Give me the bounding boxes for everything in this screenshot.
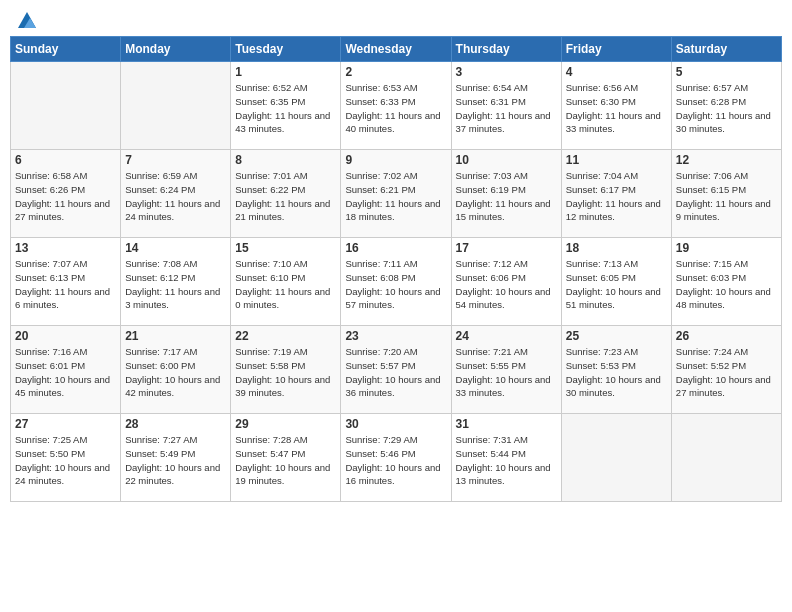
day-number: 27 <box>15 417 116 431</box>
weekday-header: Tuesday <box>231 37 341 62</box>
calendar-cell: 6Sunrise: 6:58 AM Sunset: 6:26 PM Daylig… <box>11 150 121 238</box>
calendar-cell: 15Sunrise: 7:10 AM Sunset: 6:10 PM Dayli… <box>231 238 341 326</box>
day-number: 17 <box>456 241 557 255</box>
day-info: Sunrise: 7:23 AM Sunset: 5:53 PM Dayligh… <box>566 345 667 400</box>
calendar-cell: 27Sunrise: 7:25 AM Sunset: 5:50 PM Dayli… <box>11 414 121 502</box>
calendar-cell: 10Sunrise: 7:03 AM Sunset: 6:19 PM Dayli… <box>451 150 561 238</box>
calendar-cell: 29Sunrise: 7:28 AM Sunset: 5:47 PM Dayli… <box>231 414 341 502</box>
day-number: 21 <box>125 329 226 343</box>
calendar-week-row: 1Sunrise: 6:52 AM Sunset: 6:35 PM Daylig… <box>11 62 782 150</box>
day-info: Sunrise: 7:21 AM Sunset: 5:55 PM Dayligh… <box>456 345 557 400</box>
calendar-week-row: 27Sunrise: 7:25 AM Sunset: 5:50 PM Dayli… <box>11 414 782 502</box>
day-number: 20 <box>15 329 116 343</box>
day-info: Sunrise: 7:01 AM Sunset: 6:22 PM Dayligh… <box>235 169 336 224</box>
day-info: Sunrise: 7:02 AM Sunset: 6:21 PM Dayligh… <box>345 169 446 224</box>
day-number: 22 <box>235 329 336 343</box>
day-number: 26 <box>676 329 777 343</box>
logo <box>14 10 38 28</box>
calendar-cell: 4Sunrise: 6:56 AM Sunset: 6:30 PM Daylig… <box>561 62 671 150</box>
day-number: 14 <box>125 241 226 255</box>
calendar-cell: 5Sunrise: 6:57 AM Sunset: 6:28 PM Daylig… <box>671 62 781 150</box>
weekday-header: Thursday <box>451 37 561 62</box>
day-info: Sunrise: 6:58 AM Sunset: 6:26 PM Dayligh… <box>15 169 116 224</box>
day-info: Sunrise: 7:16 AM Sunset: 6:01 PM Dayligh… <box>15 345 116 400</box>
weekday-header: Sunday <box>11 37 121 62</box>
day-info: Sunrise: 7:17 AM Sunset: 6:00 PM Dayligh… <box>125 345 226 400</box>
day-info: Sunrise: 7:15 AM Sunset: 6:03 PM Dayligh… <box>676 257 777 312</box>
day-number: 8 <box>235 153 336 167</box>
calendar-cell: 14Sunrise: 7:08 AM Sunset: 6:12 PM Dayli… <box>121 238 231 326</box>
page-header <box>10 10 782 28</box>
day-number: 5 <box>676 65 777 79</box>
day-number: 31 <box>456 417 557 431</box>
weekday-header: Friday <box>561 37 671 62</box>
logo-icon <box>16 10 38 32</box>
day-info: Sunrise: 6:52 AM Sunset: 6:35 PM Dayligh… <box>235 81 336 136</box>
day-info: Sunrise: 7:06 AM Sunset: 6:15 PM Dayligh… <box>676 169 777 224</box>
day-info: Sunrise: 7:13 AM Sunset: 6:05 PM Dayligh… <box>566 257 667 312</box>
calendar-cell: 19Sunrise: 7:15 AM Sunset: 6:03 PM Dayli… <box>671 238 781 326</box>
day-info: Sunrise: 7:07 AM Sunset: 6:13 PM Dayligh… <box>15 257 116 312</box>
day-info: Sunrise: 6:53 AM Sunset: 6:33 PM Dayligh… <box>345 81 446 136</box>
calendar-cell: 7Sunrise: 6:59 AM Sunset: 6:24 PM Daylig… <box>121 150 231 238</box>
day-number: 18 <box>566 241 667 255</box>
day-number: 13 <box>15 241 116 255</box>
day-number: 10 <box>456 153 557 167</box>
day-info: Sunrise: 7:08 AM Sunset: 6:12 PM Dayligh… <box>125 257 226 312</box>
day-info: Sunrise: 7:04 AM Sunset: 6:17 PM Dayligh… <box>566 169 667 224</box>
day-info: Sunrise: 7:03 AM Sunset: 6:19 PM Dayligh… <box>456 169 557 224</box>
calendar-cell: 25Sunrise: 7:23 AM Sunset: 5:53 PM Dayli… <box>561 326 671 414</box>
day-info: Sunrise: 7:25 AM Sunset: 5:50 PM Dayligh… <box>15 433 116 488</box>
day-info: Sunrise: 6:57 AM Sunset: 6:28 PM Dayligh… <box>676 81 777 136</box>
calendar-cell: 8Sunrise: 7:01 AM Sunset: 6:22 PM Daylig… <box>231 150 341 238</box>
calendar-cell: 21Sunrise: 7:17 AM Sunset: 6:00 PM Dayli… <box>121 326 231 414</box>
weekday-header: Wednesday <box>341 37 451 62</box>
day-info: Sunrise: 7:10 AM Sunset: 6:10 PM Dayligh… <box>235 257 336 312</box>
day-info: Sunrise: 7:12 AM Sunset: 6:06 PM Dayligh… <box>456 257 557 312</box>
calendar-cell: 1Sunrise: 6:52 AM Sunset: 6:35 PM Daylig… <box>231 62 341 150</box>
day-number: 30 <box>345 417 446 431</box>
calendar-cell <box>561 414 671 502</box>
day-number: 19 <box>676 241 777 255</box>
day-number: 24 <box>456 329 557 343</box>
day-info: Sunrise: 7:19 AM Sunset: 5:58 PM Dayligh… <box>235 345 336 400</box>
calendar-cell: 23Sunrise: 7:20 AM Sunset: 5:57 PM Dayli… <box>341 326 451 414</box>
calendar-cell: 12Sunrise: 7:06 AM Sunset: 6:15 PM Dayli… <box>671 150 781 238</box>
calendar-cell: 26Sunrise: 7:24 AM Sunset: 5:52 PM Dayli… <box>671 326 781 414</box>
calendar-cell: 17Sunrise: 7:12 AM Sunset: 6:06 PM Dayli… <box>451 238 561 326</box>
day-info: Sunrise: 6:59 AM Sunset: 6:24 PM Dayligh… <box>125 169 226 224</box>
calendar-cell: 30Sunrise: 7:29 AM Sunset: 5:46 PM Dayli… <box>341 414 451 502</box>
calendar-cell: 2Sunrise: 6:53 AM Sunset: 6:33 PM Daylig… <box>341 62 451 150</box>
calendar-cell: 24Sunrise: 7:21 AM Sunset: 5:55 PM Dayli… <box>451 326 561 414</box>
day-number: 15 <box>235 241 336 255</box>
calendar-week-row: 6Sunrise: 6:58 AM Sunset: 6:26 PM Daylig… <box>11 150 782 238</box>
day-info: Sunrise: 7:27 AM Sunset: 5:49 PM Dayligh… <box>125 433 226 488</box>
calendar-cell: 11Sunrise: 7:04 AM Sunset: 6:17 PM Dayli… <box>561 150 671 238</box>
day-info: Sunrise: 6:56 AM Sunset: 6:30 PM Dayligh… <box>566 81 667 136</box>
day-info: Sunrise: 6:54 AM Sunset: 6:31 PM Dayligh… <box>456 81 557 136</box>
day-number: 23 <box>345 329 446 343</box>
calendar-cell: 22Sunrise: 7:19 AM Sunset: 5:58 PM Dayli… <box>231 326 341 414</box>
day-number: 12 <box>676 153 777 167</box>
day-number: 1 <box>235 65 336 79</box>
day-info: Sunrise: 7:29 AM Sunset: 5:46 PM Dayligh… <box>345 433 446 488</box>
day-number: 6 <box>15 153 116 167</box>
calendar-cell: 3Sunrise: 6:54 AM Sunset: 6:31 PM Daylig… <box>451 62 561 150</box>
day-info: Sunrise: 7:24 AM Sunset: 5:52 PM Dayligh… <box>676 345 777 400</box>
day-number: 29 <box>235 417 336 431</box>
day-number: 28 <box>125 417 226 431</box>
calendar-cell: 13Sunrise: 7:07 AM Sunset: 6:13 PM Dayli… <box>11 238 121 326</box>
weekday-header: Saturday <box>671 37 781 62</box>
calendar-cell: 31Sunrise: 7:31 AM Sunset: 5:44 PM Dayli… <box>451 414 561 502</box>
calendar-cell <box>671 414 781 502</box>
day-number: 16 <box>345 241 446 255</box>
calendar-cell: 18Sunrise: 7:13 AM Sunset: 6:05 PM Dayli… <box>561 238 671 326</box>
weekday-header-row: SundayMondayTuesdayWednesdayThursdayFrid… <box>11 37 782 62</box>
day-number: 25 <box>566 329 667 343</box>
calendar-cell <box>121 62 231 150</box>
calendar-week-row: 20Sunrise: 7:16 AM Sunset: 6:01 PM Dayli… <box>11 326 782 414</box>
day-info: Sunrise: 7:11 AM Sunset: 6:08 PM Dayligh… <box>345 257 446 312</box>
calendar-cell: 28Sunrise: 7:27 AM Sunset: 5:49 PM Dayli… <box>121 414 231 502</box>
day-number: 2 <box>345 65 446 79</box>
day-number: 3 <box>456 65 557 79</box>
